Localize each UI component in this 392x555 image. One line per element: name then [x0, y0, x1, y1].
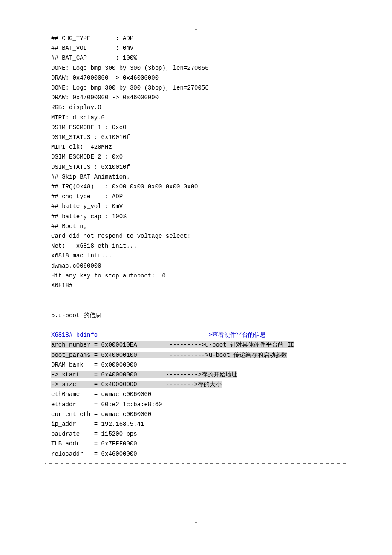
command-comment: ----------->查看硬件平台的信息 — [169, 332, 266, 338]
bdinfo-line: current eth = dwmac.c0060000 — [51, 410, 341, 419]
bdinfo-value: -> start = 0x40000000 — [51, 371, 166, 378]
terminal-line: ## CHG_TYPE : ADP — [51, 34, 341, 43]
terminal-line: ## IRQ(0x48) : 0x00 0x00 0x00 0x00 0x00 — [51, 182, 341, 192]
section-title: 5.u-boot 的信息 — [51, 311, 341, 321]
terminal-line: MIPI clk: 420MHz — [51, 142, 341, 152]
bdinfo-comment: --------->u-boot 针对具体硬件平台的 ID — [169, 341, 294, 348]
bdinfo-value: -> size = 0x40000000 — [51, 381, 166, 388]
blank-line — [51, 321, 341, 330]
page-marker-bottom — [196, 522, 197, 523]
bdinfo-line: ethaddr = 00:e2:1c:ba:e8:60 — [51, 400, 341, 410]
bdinfo-comment: -------->存的大小 — [166, 381, 222, 388]
terminal-line: DONE: Logo bmp 300 by 300 (3bpp), len=27… — [51, 64, 341, 73]
terminal-line: DSIM_ESCMODE 2 : 0x0 — [51, 152, 341, 162]
terminal-line: Hit any key to stop autoboot: 0 — [51, 271, 341, 281]
command-text: X6818# bdinfo — [51, 332, 169, 338]
bdinfo-line: TLB addr = 0x7FFF0000 — [51, 439, 341, 449]
bdinfo-line: relocaddr = 0x46000000 — [51, 449, 341, 459]
terminal-line: ## BAT_CAP : 100% — [51, 53, 341, 63]
terminal-output-box: ## CHG_TYPE : ADP## BAT_VOL : 0mV## BAT_… — [45, 30, 347, 464]
terminal-line: MIPI: display.0 — [51, 113, 341, 123]
terminal-line: Card did not respond to voltage select! — [51, 231, 341, 241]
terminal-line: ## chg_type : ADP — [51, 192, 341, 202]
terminal-line: Net: x6818 eth init... — [51, 241, 341, 251]
bdinfo-command-line: X6818# bdinfo ----------->查看硬件平台的信息 — [51, 330, 341, 340]
terminal-line: X6818# — [51, 281, 341, 291]
bdinfo-line-highlighted: -> start = 0x40000000 --------->存的开始地址 — [51, 370, 341, 380]
terminal-line: DSIM_STATUS : 0x10010f — [51, 162, 341, 172]
terminal-line: DONE: Logo bmp 300 by 300 (3bpp), len=27… — [51, 83, 341, 93]
terminal-line: DSIM_ESCMODE 1 : 0xc0 — [51, 123, 341, 133]
terminal-line: DRAW: 0x47000000 -> 0x46000000 — [51, 93, 341, 103]
terminal-line: ## battery_vol : 0mV — [51, 202, 341, 211]
terminal-line: RGB: display.0 — [51, 103, 341, 113]
terminal-line: DRAW: 0x47000000 -> 0x46000000 — [51, 73, 341, 83]
page-marker-top — [196, 29, 197, 30]
bdinfo-value: boot_params = 0x40000100 — [51, 352, 169, 358]
bdinfo-line-highlighted: -> size = 0x40000000 -------->存的大小 — [51, 380, 341, 390]
bdinfo-line-highlighted: boot_params = 0x40000100 ---------->u-bo… — [51, 350, 341, 360]
bdinfo-comment: ---------->u-boot 传递给存的启动参数 — [169, 352, 287, 358]
blank-line — [51, 291, 341, 301]
terminal-line: ## Booting — [51, 222, 341, 231]
bdinfo-value: arch_number = 0x000010EA — [51, 341, 169, 348]
terminal-line: x6818 mac init... — [51, 251, 341, 261]
bdinfo-line: DRAM bank = 0x00000000 — [51, 360, 341, 370]
bdinfo-line: ip_addr = 192.168.5.41 — [51, 419, 341, 429]
terminal-line: dwmac.c0060000 — [51, 261, 341, 271]
bdinfo-line: baudrate = 115200 bps — [51, 429, 341, 439]
bdinfo-line-highlighted: arch_number = 0x000010EA --------->u-boo… — [51, 340, 341, 350]
terminal-line: ## BAT_VOL : 0mV — [51, 43, 341, 53]
bdinfo-comment: --------->存的开始地址 — [166, 371, 237, 378]
terminal-line: ## Skip BAT Animation. — [51, 172, 341, 182]
bdinfo-line: eth0name = dwmac.c0060000 — [51, 390, 341, 399]
blank-line — [51, 301, 341, 310]
terminal-line: DSIM_STATUS : 0x10010f — [51, 133, 341, 142]
terminal-line: ## battery_cap : 100% — [51, 212, 341, 222]
